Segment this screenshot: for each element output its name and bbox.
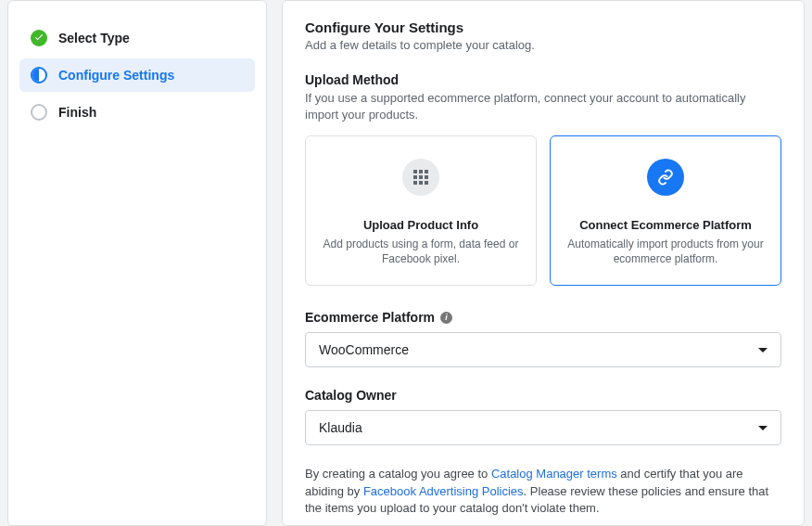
card-description: Add products using a form, data feed or … xyxy=(321,237,521,266)
main-content: Configure Your Settings Add a few detail… xyxy=(282,0,805,526)
link-icon xyxy=(647,159,684,196)
platform-value: WooCommerce xyxy=(319,342,409,357)
agreement-text: By creating a catalog you agree to Catal… xyxy=(305,466,781,517)
step-label: Configure Settings xyxy=(58,68,174,83)
card-connect-ecommerce[interactable]: Connect Ecommerce Platform Automatically… xyxy=(550,135,781,286)
info-icon[interactable]: i xyxy=(440,312,452,324)
owner-value: Klaudia xyxy=(319,420,362,435)
svg-rect-3 xyxy=(413,175,417,179)
chevron-down-icon xyxy=(758,426,768,430)
svg-rect-1 xyxy=(419,170,423,173)
advertising-policies-link[interactable]: Facebook Advertising Policies xyxy=(363,484,524,498)
page-title: Configure Your Settings xyxy=(305,19,781,35)
page-subtitle: Add a few details to complete your catal… xyxy=(305,38,781,52)
svg-rect-2 xyxy=(425,170,428,173)
upload-method-label: Upload Method xyxy=(305,72,781,87)
empty-circle-icon xyxy=(31,104,47,121)
sidebar: Select Type Configure Settings Finish xyxy=(7,0,267,526)
grid-icon xyxy=(402,159,439,196)
owner-label: Catalog Owner xyxy=(305,388,781,403)
catalog-terms-link[interactable]: Catalog Manager terms xyxy=(491,467,617,481)
svg-rect-6 xyxy=(413,181,417,185)
card-title: Connect Ecommerce Platform xyxy=(565,218,766,232)
svg-rect-5 xyxy=(425,175,428,179)
svg-rect-7 xyxy=(419,181,423,185)
owner-select[interactable]: Klaudia xyxy=(305,410,781,445)
platform-label: Ecommerce Platform i xyxy=(305,310,781,325)
platform-label-text: Ecommerce Platform xyxy=(305,310,435,325)
half-circle-icon xyxy=(31,67,47,83)
svg-rect-8 xyxy=(425,181,428,185)
step-label: Finish xyxy=(58,105,96,120)
svg-rect-4 xyxy=(419,175,423,179)
step-label: Select Type xyxy=(58,31,130,45)
upload-method-description: If you use a supported ecommerce platfor… xyxy=(305,90,781,122)
step-finish[interactable]: Finish xyxy=(19,96,255,129)
svg-rect-0 xyxy=(413,170,417,173)
card-description: Automatically import products from your … xyxy=(565,237,766,266)
card-upload-product-info[interactable]: Upload Product Info Add products using a… xyxy=(305,135,537,286)
card-title: Upload Product Info xyxy=(321,218,521,232)
check-circle-icon xyxy=(31,30,47,46)
chevron-down-icon xyxy=(758,348,768,353)
step-select-type[interactable]: Select Type xyxy=(19,21,255,55)
agreement-pre: By creating a catalog you agree to xyxy=(305,467,491,481)
upload-method-cards: Upload Product Info Add products using a… xyxy=(305,135,781,286)
step-configure-settings[interactable]: Configure Settings xyxy=(19,58,255,92)
platform-select[interactable]: WooCommerce xyxy=(305,332,781,367)
